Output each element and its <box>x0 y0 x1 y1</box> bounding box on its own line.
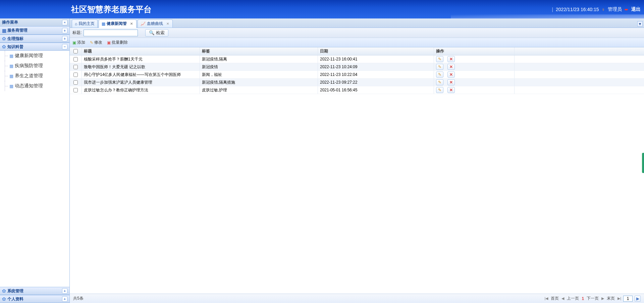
row-edit-button[interactable]: ✎ <box>436 87 443 93</box>
row-edit-button[interactable]: ✎ <box>436 56 443 62</box>
prev-page-icon[interactable]: ◀ <box>561 296 564 301</box>
cell-tag: 新冠疫情,隔离 <box>200 55 318 63</box>
table-row[interactable]: 皮肤过敏怎么办？教你正确护理方法皮肤过敏,护理2021-05-01 16:56:… <box>70 86 644 94</box>
acc-panel-physio[interactable]: ✿ 生理指标 + <box>0 35 69 43</box>
acc-label: 个人资料 <box>7 296 23 302</box>
search-icon: 🔍 <box>149 30 155 35</box>
col-tag[interactable]: 标签 <box>200 47 318 55</box>
row-edit-button[interactable]: ✎ <box>436 64 443 70</box>
search-button-label: 检索 <box>156 30 165 36</box>
goto-page-input[interactable] <box>623 296 633 302</box>
sidebar-collapse-button[interactable]: « <box>62 20 67 25</box>
tab-health-news[interactable]: ▦ 健康新闻管 ✕ <box>99 19 137 28</box>
pencil-icon: ✎ <box>438 72 441 77</box>
tree-item-health-news[interactable]: ▦ 健康新闻管理 <box>0 51 69 61</box>
acc-panel-system[interactable]: ✿ 系统管理 + <box>0 287 69 295</box>
cell-title: 核酸采样员多抢手？薪酬1天千元 <box>82 55 200 63</box>
acc-body-knowledge: ▦ 健康新闻管理 ▦ 疾病预防管理 ▦ 养生之道管理 ▦ 动态通知管理 <box>0 51 69 91</box>
action-toolbar: ▣ 添加 ✎ 修改 ▣ 批量删除 <box>70 38 644 47</box>
table-row[interactable]: 致敬中国医师！大爱无疆 记之以歌新冠疫情2022-11-23 10:24:09✎… <box>70 63 644 71</box>
add-button[interactable]: ▣ 添加 <box>72 40 85 45</box>
acc-label: 知识科普 <box>7 44 23 50</box>
gear-icon: ✿ <box>2 288 6 294</box>
row-delete-button[interactable]: ✕ <box>447 64 455 70</box>
sidebar-header: 操作菜单 « <box>0 18 69 27</box>
row-delete-button[interactable]: ✕ <box>447 87 455 93</box>
grid-icon: ▦ <box>2 28 6 33</box>
row-delete-button[interactable]: ✕ <box>447 72 455 78</box>
first-page-link[interactable]: 首页 <box>550 296 559 301</box>
next-page-icon[interactable]: ▶ <box>601 296 604 301</box>
edit-button[interactable]: ✎ 修改 <box>90 40 102 45</box>
cell-title: 皮肤过敏怎么办？教你正确护理方法 <box>82 86 200 94</box>
table-row[interactable]: 核酸采样员多抢手？薪酬1天千元新冠疫情,隔离2022-11-23 16:00:4… <box>70 55 644 63</box>
tab-label: 我的主页 <box>78 21 95 27</box>
row-checkbox[interactable] <box>73 88 78 92</box>
col-op[interactable]: 操作 <box>434 47 515 55</box>
delete-icon: ✕ <box>449 57 453 61</box>
close-icon[interactable]: ✕ <box>129 22 133 26</box>
row-delete-button[interactable]: ✕ <box>447 56 455 62</box>
tree-label: 动态通知管理 <box>15 83 43 89</box>
tree-item-wellness[interactable]: ▦ 养生之道管理 <box>0 71 69 81</box>
sidebar-title: 操作菜单 <box>2 19 18 25</box>
last-page-link[interactable]: 末页 <box>606 296 615 301</box>
add-icon: ▣ <box>72 40 76 45</box>
batch-delete-button[interactable]: ▣ 批量删除 <box>107 40 128 45</box>
first-page-icon[interactable]: |◀ <box>545 296 548 301</box>
table-row[interactable]: 我市进一步加强来沪返沪人员健康管理新冠疫情,隔离措施2022-11-23 09:… <box>70 79 644 86</box>
close-icon[interactable]: ✕ <box>166 22 170 26</box>
search-toolbar: 标题: 🔍 检索 <box>70 28 644 38</box>
acc-panel-knowledge[interactable]: ✿ 知识科普 − <box>0 43 69 51</box>
tree-item-disease-prev[interactable]: ▦ 疾病预防管理 <box>0 61 69 71</box>
cell-op: ✎✕ <box>434 86 515 94</box>
user-link[interactable]: 管理员 <box>608 6 622 12</box>
tab-blood-sugar[interactable]: 📈 血糖曲线 ✕ <box>138 19 173 28</box>
tab-home[interactable]: ⌂ 我的主页 <box>72 19 98 28</box>
gear-icon: ✿ <box>2 296 6 302</box>
add-label: 添加 <box>77 40 85 45</box>
pencil-icon: ✎ <box>438 57 441 61</box>
last-page-icon[interactable]: ▶| <box>618 296 621 301</box>
col-title[interactable]: 标题 <box>82 47 200 55</box>
cell-date: 2021-05-01 16:56:45 <box>318 86 434 94</box>
logout-link[interactable]: 退出 <box>631 6 641 12</box>
home-icon: ⌂ <box>75 21 77 26</box>
header-datetime: 2022/11/23 16:40:15 <box>556 7 599 12</box>
collapse-icon: − <box>62 44 67 49</box>
cell-op: ✎✕ <box>434 63 515 71</box>
row-checkbox[interactable] <box>73 65 78 69</box>
tab-label: 血糖曲线 <box>147 21 163 27</box>
logout-icon: ➨ <box>625 7 629 12</box>
row-edit-button[interactable]: ✎ <box>436 72 443 78</box>
table-row[interactable]: 用心守护14亿多人民健康福祉——写在第五个中国医师新闻，福祉2022-11-23… <box>70 71 644 79</box>
app-header: 社区智慧养老服务平台 | 2022/11/23 16:40:15 ♀ 管理员 ➨… <box>0 0 644 18</box>
select-all-checkbox[interactable] <box>73 49 78 53</box>
cell-op: ✎✕ <box>434 55 515 63</box>
pencil-icon: ✎ <box>438 88 441 92</box>
header-right: | 2022/11/23 16:40:15 ♀ 管理员 ➨ 退出 <box>552 6 641 12</box>
separator: | <box>552 7 553 12</box>
gear-icon: ✿ <box>2 36 6 41</box>
tab-menu-button[interactable]: ▾ <box>637 21 643 27</box>
row-edit-button[interactable]: ✎ <box>436 79 443 85</box>
next-page-link[interactable]: 下一页 <box>586 296 599 301</box>
expand-icon: + <box>62 28 67 33</box>
acc-panel-providers[interactable]: ▦ 服务商管理 + <box>0 27 69 35</box>
sidebar: 操作菜单 « ▦ 服务商管理 + ✿ 生理指标 + ✿ 知识科普 − ▦ <box>0 18 70 303</box>
row-delete-button[interactable]: ✕ <box>447 79 455 85</box>
col-date[interactable]: 日期 <box>318 47 434 55</box>
pencil-icon: ✎ <box>438 64 441 69</box>
acc-panel-profile[interactable]: ✿ 个人资料 + <box>0 295 69 303</box>
prev-page-link[interactable]: 上一页 <box>566 296 580 301</box>
right-handle[interactable] <box>642 153 644 173</box>
delete-icon: ✕ <box>449 80 453 85</box>
tree-item-notice[interactable]: ▦ 动态通知管理 <box>0 81 69 91</box>
row-checkbox[interactable] <box>73 57 78 61</box>
goto-page-button[interactable]: ▶ <box>635 296 641 302</box>
row-checkbox[interactable] <box>73 80 78 85</box>
search-button[interactable]: 🔍 检索 <box>145 29 168 37</box>
row-checkbox[interactable] <box>73 73 78 77</box>
search-input[interactable] <box>84 30 138 36</box>
pencil-icon: ✎ <box>438 80 441 85</box>
